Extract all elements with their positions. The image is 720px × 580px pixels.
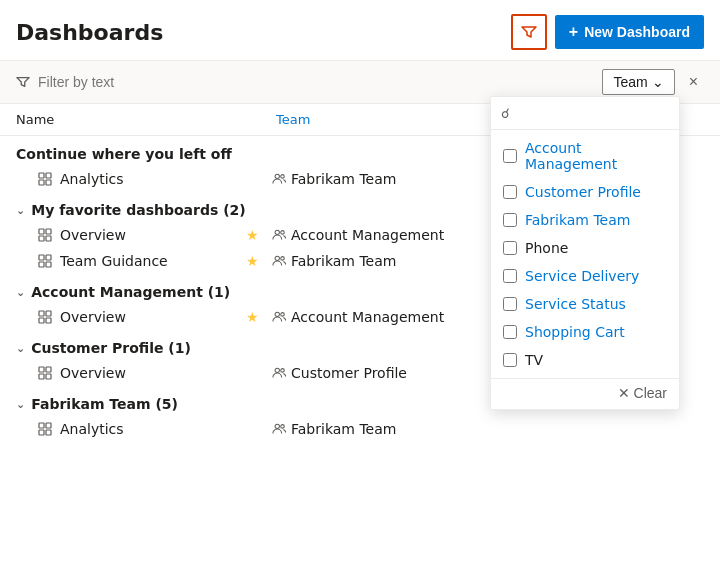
dropdown-item-label: Shopping Cart	[525, 324, 625, 340]
dropdown-item-checkbox[interactable]	[503, 353, 517, 367]
section-title: My favorite dashboards (2)	[31, 202, 246, 218]
item-name: Overview	[60, 365, 240, 381]
svg-point-4	[275, 174, 279, 178]
svg-point-35	[281, 425, 285, 429]
svg-rect-14	[39, 262, 44, 267]
plus-icon: +	[569, 23, 578, 41]
team-dropdown: ☌ Account ManagementCustomer ProfileFabr…	[490, 96, 680, 410]
item-name: Analytics	[60, 421, 240, 437]
item-team: Fabrikam Team	[272, 253, 396, 269]
dropdown-item-checkbox[interactable]	[503, 149, 517, 163]
chevron-icon: ⌄	[16, 286, 25, 299]
svg-rect-18	[39, 311, 44, 316]
item-team: Account Management	[272, 227, 444, 243]
dropdown-item-checkbox[interactable]	[503, 297, 517, 311]
page-header: Dashboards + New Dashboard	[0, 0, 720, 61]
svg-rect-15	[46, 262, 51, 267]
team-icon	[272, 254, 286, 268]
search-icon: ☌	[501, 106, 510, 121]
dropdown-item-label: Account Management	[525, 140, 667, 172]
team-icon	[272, 228, 286, 242]
svg-rect-27	[46, 374, 51, 379]
dropdown-item[interactable]: Shopping Cart	[491, 318, 679, 346]
item-name: Overview	[60, 227, 240, 243]
dropdown-item-label: Fabrikam Team	[525, 212, 630, 228]
list-item[interactable]: Analytics Fabrikam Team	[8, 416, 712, 442]
item-team: Fabrikam Team	[272, 421, 396, 437]
filter-close-button[interactable]: ×	[683, 71, 704, 93]
svg-rect-7	[46, 229, 51, 234]
svg-rect-21	[46, 318, 51, 323]
column-header-name: Name	[16, 112, 276, 127]
filter-icon	[521, 24, 537, 40]
filter-icon-button[interactable]	[511, 14, 547, 50]
svg-rect-24	[39, 367, 44, 372]
item-team: Fabrikam Team	[272, 171, 396, 187]
dropdown-item-checkbox[interactable]	[503, 185, 517, 199]
item-name: Overview	[60, 309, 240, 325]
dropdown-footer: ✕ Clear	[491, 378, 679, 405]
filter-text-input[interactable]	[38, 74, 594, 90]
dropdown-item[interactable]: Service Status	[491, 290, 679, 318]
dropdown-item[interactable]: TV	[491, 346, 679, 374]
section-title: Customer Profile (1)	[31, 340, 191, 356]
svg-point-28	[275, 368, 279, 372]
page-title: Dashboards	[16, 20, 163, 45]
svg-point-5	[281, 175, 285, 179]
svg-rect-2	[39, 180, 44, 185]
svg-rect-33	[46, 430, 51, 435]
column-header-team: Team	[276, 112, 310, 127]
new-dashboard-label: New Dashboard	[584, 24, 690, 40]
item-team: Customer Profile	[272, 365, 407, 381]
chevron-icon: ⌄	[16, 342, 25, 355]
dropdown-item-checkbox[interactable]	[503, 269, 517, 283]
filter-bar-icon	[16, 75, 30, 89]
item-name: Analytics	[60, 171, 240, 187]
item-name: Team Guidance	[60, 253, 240, 269]
dashboard-icon	[36, 310, 54, 324]
svg-rect-3	[46, 180, 51, 185]
clear-button[interactable]: ✕ Clear	[618, 385, 667, 401]
dropdown-item[interactable]: Customer Profile	[491, 178, 679, 206]
chevron-down-icon: ⌄	[652, 74, 664, 90]
section-title: Continue where you left off	[16, 146, 232, 162]
dropdown-item[interactable]: Service Delivery	[491, 262, 679, 290]
team-name: Account Management	[291, 227, 444, 243]
svg-rect-9	[46, 236, 51, 241]
dropdown-item-checkbox[interactable]	[503, 241, 517, 255]
dropdown-item-label: TV	[525, 352, 543, 368]
svg-rect-30	[39, 423, 44, 428]
chevron-icon: ⌄	[16, 204, 25, 217]
dropdown-search-area: ☌	[491, 97, 679, 130]
dropdown-search-input[interactable]	[516, 105, 669, 121]
dropdown-item[interactable]: Phone	[491, 234, 679, 262]
svg-rect-31	[46, 423, 51, 428]
team-name: Fabrikam Team	[291, 171, 396, 187]
dropdown-item[interactable]: Account Management	[491, 134, 679, 178]
svg-rect-1	[46, 173, 51, 178]
section-title: Account Management (1)	[31, 284, 230, 300]
dropdown-item[interactable]: Fabrikam Team	[491, 206, 679, 234]
svg-point-17	[281, 257, 285, 261]
team-name: Customer Profile	[291, 365, 407, 381]
svg-point-29	[281, 369, 285, 373]
svg-rect-13	[46, 255, 51, 260]
favorite-star[interactable]: ★	[246, 227, 266, 243]
svg-point-23	[281, 313, 285, 317]
svg-point-34	[275, 424, 279, 428]
svg-point-11	[281, 231, 285, 235]
team-name: Fabrikam Team	[291, 253, 396, 269]
favorite-star[interactable]: ★	[246, 253, 266, 269]
team-icon	[272, 366, 286, 380]
svg-rect-20	[39, 318, 44, 323]
svg-rect-32	[39, 430, 44, 435]
favorite-star[interactable]: ★	[246, 309, 266, 325]
dropdown-item-label: Service Status	[525, 296, 626, 312]
team-filter-button[interactable]: Team ⌄	[602, 69, 674, 95]
new-dashboard-button[interactable]: + New Dashboard	[555, 15, 704, 49]
clear-label: Clear	[634, 385, 667, 401]
dropdown-item-checkbox[interactable]	[503, 213, 517, 227]
dashboard-icon	[36, 422, 54, 436]
dropdown-item-checkbox[interactable]	[503, 325, 517, 339]
dashboard-icon	[36, 228, 54, 242]
